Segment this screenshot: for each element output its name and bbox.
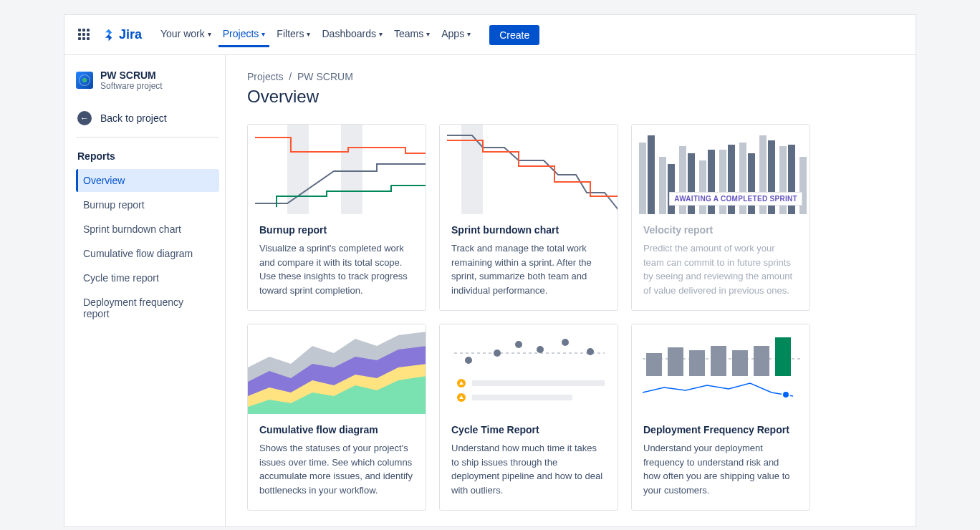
svg-point-28 (537, 346, 544, 353)
back-to-project[interactable]: ← Back to project (76, 105, 219, 138)
back-label: Back to project (100, 112, 167, 124)
svg-point-30 (587, 348, 594, 355)
logo-text: Jira (119, 27, 142, 42)
svg-rect-42 (732, 350, 748, 376)
svg-point-26 (494, 350, 501, 357)
back-arrow-icon: ← (77, 111, 92, 125)
sidebar-item-cfd[interactable]: Cumulative flow diagram (76, 242, 219, 265)
jira-logo[interactable]: Jira (102, 27, 142, 42)
chevron-down-icon: ▾ (426, 30, 430, 38)
sidebar-section-label: Reports (77, 150, 219, 162)
card-desc: Understand your deployment frequency to … (643, 441, 798, 497)
card-title: Velocity report (643, 224, 798, 236)
svg-rect-3 (639, 143, 646, 214)
cycle-time-thumb (440, 324, 618, 414)
project-avatar-icon (76, 72, 93, 89)
breadcrumb: Projects / PW SCRUM (247, 71, 894, 82)
awaiting-badge: AWAITING A COMPLETED SPRINT (669, 192, 802, 206)
burnup-thumb (248, 125, 426, 214)
chevron-down-icon: ▾ (379, 30, 383, 38)
nav-filters[interactable]: Filters▾ (272, 22, 314, 47)
velocity-thumb: AWAITING A COMPLETED SPRINT (632, 125, 810, 214)
card-desc: Understand how much time it takes to shi… (451, 441, 606, 497)
card-desc: Predict the amount of work your team can… (643, 241, 798, 297)
svg-rect-33 (472, 380, 605, 386)
nav-projects[interactable]: Projects▾ (218, 22, 270, 47)
chevron-down-icon: ▾ (467, 30, 471, 38)
page-title: Overview (247, 87, 894, 107)
report-cards-grid: Burnup report Visualize a sprint's compl… (247, 124, 894, 511)
top-nav: Jira Your work▾ Projects▾ Filters▾ Dashb… (64, 15, 916, 55)
project-name: PW SCRUM (100, 69, 163, 81)
svg-point-29 (562, 339, 569, 346)
sidebar-item-overview[interactable]: Overview (76, 169, 219, 192)
cfd-thumb (248, 324, 426, 414)
project-type: Software project (100, 81, 163, 91)
svg-point-27 (515, 341, 522, 348)
svg-rect-43 (754, 346, 769, 376)
body: PW SCRUM Software project ← Back to proj… (64, 55, 916, 526)
breadcrumb-current[interactable]: PW SCRUM (297, 71, 353, 82)
jira-icon (102, 28, 116, 42)
svg-rect-1 (341, 125, 362, 214)
deploy-freq-thumb (632, 324, 810, 414)
svg-rect-11 (799, 157, 807, 214)
svg-rect-36 (472, 395, 572, 400)
svg-rect-39 (668, 347, 683, 376)
card-cfd[interactable]: Cumulative flow diagram Shows the status… (247, 324, 426, 511)
card-desc: Shows the statuses of your project's iss… (259, 441, 414, 497)
chevron-down-icon: ▾ (307, 30, 310, 38)
card-velocity: AWAITING A COMPLETED SPRINT Velocity rep… (631, 124, 810, 311)
card-title: Sprint burndown chart (451, 224, 606, 236)
card-burnup[interactable]: Burnup report Visualize a sprint's compl… (247, 124, 426, 311)
breadcrumb-root[interactable]: Projects (247, 71, 284, 82)
create-button[interactable]: Create (489, 25, 539, 45)
svg-rect-4 (659, 157, 666, 214)
nav-items: Your work▾ Projects▾ Filters▾ Dashboards… (156, 22, 475, 47)
sidebar: PW SCRUM Software project ← Back to proj… (64, 55, 226, 526)
app-switcher-icon[interactable] (76, 26, 93, 44)
card-title: Deployment Frequency Report (643, 424, 798, 435)
svg-rect-2 (461, 125, 483, 214)
svg-rect-38 (646, 353, 662, 376)
sidebar-item-burndown[interactable]: Sprint burndown chart (76, 218, 219, 241)
card-cycle-time[interactable]: Cycle Time Report Understand how much ti… (439, 324, 618, 511)
card-deploy-freq[interactable]: Deployment Frequency Report Understand y… (631, 324, 810, 511)
chevron-down-icon: ▾ (261, 30, 265, 38)
svg-rect-6 (699, 160, 706, 214)
sidebar-item-deploy-freq[interactable]: Deployment frequency report (76, 291, 219, 325)
sidebar-item-cycle-time[interactable]: Cycle time report (76, 266, 219, 289)
card-desc: Track and manage the total work remainin… (451, 241, 606, 297)
svg-point-25 (465, 357, 472, 364)
app-window: Jira Your work▾ Projects▾ Filters▾ Dashb… (64, 14, 916, 527)
card-title: Burnup report (259, 224, 414, 236)
nav-your-work[interactable]: Your work▾ (156, 22, 216, 47)
svg-rect-12 (648, 135, 655, 214)
svg-rect-44 (775, 337, 791, 376)
svg-point-45 (782, 391, 789, 398)
svg-rect-13 (668, 164, 675, 214)
project-header[interactable]: PW SCRUM Software project (76, 69, 219, 91)
svg-rect-40 (689, 350, 705, 376)
card-burndown[interactable]: Sprint burndown chart Track and manage t… (439, 124, 618, 311)
card-title: Cumulative flow diagram (259, 424, 414, 435)
nav-apps[interactable]: Apps▾ (437, 22, 475, 47)
card-desc: Visualize a sprint's completed work and … (259, 241, 414, 297)
main-content: Projects / PW SCRUM Overview (226, 55, 916, 526)
card-title: Cycle Time Report (451, 424, 606, 435)
nav-dashboards[interactable]: Dashboards▾ (317, 22, 387, 47)
chevron-down-icon: ▾ (208, 30, 211, 38)
nav-teams[interactable]: Teams▾ (390, 22, 434, 47)
sidebar-item-burnup[interactable]: Burnup report (76, 193, 219, 216)
svg-rect-41 (711, 346, 726, 376)
burndown-thumb (440, 125, 618, 214)
